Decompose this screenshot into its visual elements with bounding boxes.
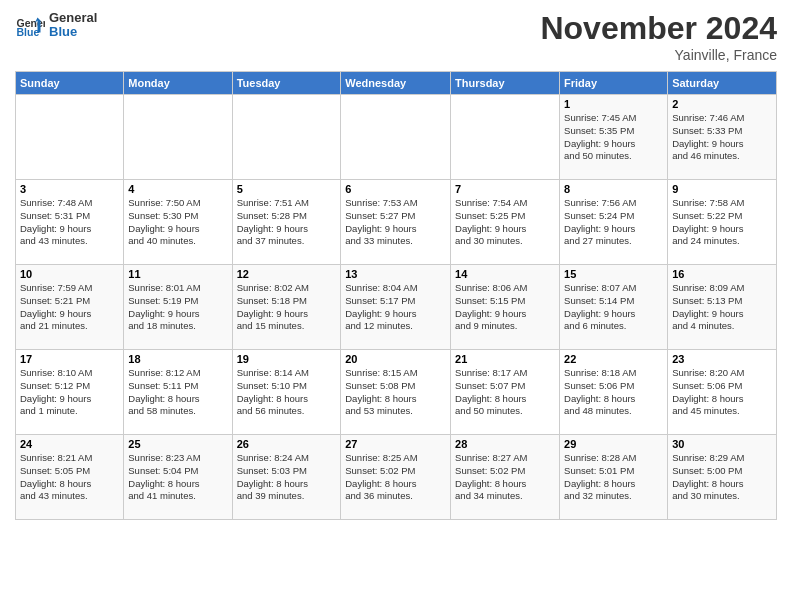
calendar-cell: 9Sunrise: 7:58 AM Sunset: 5:22 PM Daylig…: [668, 180, 777, 265]
header: General Blue General Blue November 2024 …: [15, 10, 777, 63]
day-info: Sunrise: 7:58 AM Sunset: 5:22 PM Dayligh…: [672, 197, 772, 248]
calendar-cell: 8Sunrise: 7:56 AM Sunset: 5:24 PM Daylig…: [560, 180, 668, 265]
day-info: Sunrise: 8:21 AM Sunset: 5:05 PM Dayligh…: [20, 452, 119, 503]
calendar-cell: 15Sunrise: 8:07 AM Sunset: 5:14 PM Dayli…: [560, 265, 668, 350]
svg-text:Blue: Blue: [17, 26, 40, 38]
calendar-cell: 1Sunrise: 7:45 AM Sunset: 5:35 PM Daylig…: [560, 95, 668, 180]
calendar: SundayMondayTuesdayWednesdayThursdayFrid…: [15, 71, 777, 520]
day-info: Sunrise: 7:48 AM Sunset: 5:31 PM Dayligh…: [20, 197, 119, 248]
weekday-header-tuesday: Tuesday: [232, 72, 341, 95]
calendar-cell: 23Sunrise: 8:20 AM Sunset: 5:06 PM Dayli…: [668, 350, 777, 435]
calendar-cell: 2Sunrise: 7:46 AM Sunset: 5:33 PM Daylig…: [668, 95, 777, 180]
day-info: Sunrise: 8:27 AM Sunset: 5:02 PM Dayligh…: [455, 452, 555, 503]
day-info: Sunrise: 8:07 AM Sunset: 5:14 PM Dayligh…: [564, 282, 663, 333]
day-number: 2: [672, 98, 772, 110]
day-number: 1: [564, 98, 663, 110]
day-number: 28: [455, 438, 555, 450]
day-number: 19: [237, 353, 337, 365]
day-number: 16: [672, 268, 772, 280]
weekday-header-sunday: Sunday: [16, 72, 124, 95]
day-number: 3: [20, 183, 119, 195]
calendar-cell: 29Sunrise: 8:28 AM Sunset: 5:01 PM Dayli…: [560, 435, 668, 520]
day-info: Sunrise: 8:12 AM Sunset: 5:11 PM Dayligh…: [128, 367, 227, 418]
calendar-cell: 27Sunrise: 8:25 AM Sunset: 5:02 PM Dayli…: [341, 435, 451, 520]
logo: General Blue General Blue: [15, 10, 97, 40]
day-info: Sunrise: 7:56 AM Sunset: 5:24 PM Dayligh…: [564, 197, 663, 248]
day-info: Sunrise: 8:04 AM Sunset: 5:17 PM Dayligh…: [345, 282, 446, 333]
calendar-cell: 19Sunrise: 8:14 AM Sunset: 5:10 PM Dayli…: [232, 350, 341, 435]
day-number: 23: [672, 353, 772, 365]
day-number: 15: [564, 268, 663, 280]
weekday-header-friday: Friday: [560, 72, 668, 95]
calendar-cell: 7Sunrise: 7:54 AM Sunset: 5:25 PM Daylig…: [451, 180, 560, 265]
day-info: Sunrise: 7:46 AM Sunset: 5:33 PM Dayligh…: [672, 112, 772, 163]
week-row-1: 3Sunrise: 7:48 AM Sunset: 5:31 PM Daylig…: [16, 180, 777, 265]
week-row-0: 1Sunrise: 7:45 AM Sunset: 5:35 PM Daylig…: [16, 95, 777, 180]
day-number: 9: [672, 183, 772, 195]
logo-icon: General Blue: [15, 10, 45, 40]
calendar-cell: 21Sunrise: 8:17 AM Sunset: 5:07 PM Dayli…: [451, 350, 560, 435]
weekday-header-thursday: Thursday: [451, 72, 560, 95]
day-number: 12: [237, 268, 337, 280]
day-info: Sunrise: 8:15 AM Sunset: 5:08 PM Dayligh…: [345, 367, 446, 418]
calendar-cell: 25Sunrise: 8:23 AM Sunset: 5:04 PM Dayli…: [124, 435, 232, 520]
day-number: 11: [128, 268, 227, 280]
logo-blue-text: Blue: [49, 25, 97, 39]
day-info: Sunrise: 8:23 AM Sunset: 5:04 PM Dayligh…: [128, 452, 227, 503]
calendar-cell: 16Sunrise: 8:09 AM Sunset: 5:13 PM Dayli…: [668, 265, 777, 350]
day-info: Sunrise: 8:14 AM Sunset: 5:10 PM Dayligh…: [237, 367, 337, 418]
title-block: November 2024 Yainville, France: [540, 10, 777, 63]
day-info: Sunrise: 8:06 AM Sunset: 5:15 PM Dayligh…: [455, 282, 555, 333]
calendar-cell: 11Sunrise: 8:01 AM Sunset: 5:19 PM Dayli…: [124, 265, 232, 350]
calendar-cell: 22Sunrise: 8:18 AM Sunset: 5:06 PM Dayli…: [560, 350, 668, 435]
day-info: Sunrise: 7:54 AM Sunset: 5:25 PM Dayligh…: [455, 197, 555, 248]
day-info: Sunrise: 7:45 AM Sunset: 5:35 PM Dayligh…: [564, 112, 663, 163]
calendar-cell: 18Sunrise: 8:12 AM Sunset: 5:11 PM Dayli…: [124, 350, 232, 435]
day-info: Sunrise: 8:20 AM Sunset: 5:06 PM Dayligh…: [672, 367, 772, 418]
day-number: 14: [455, 268, 555, 280]
day-number: 24: [20, 438, 119, 450]
calendar-cell: 30Sunrise: 8:29 AM Sunset: 5:00 PM Dayli…: [668, 435, 777, 520]
weekday-header-monday: Monday: [124, 72, 232, 95]
day-number: 17: [20, 353, 119, 365]
calendar-cell: 12Sunrise: 8:02 AM Sunset: 5:18 PM Dayli…: [232, 265, 341, 350]
day-number: 26: [237, 438, 337, 450]
calendar-cell: 24Sunrise: 8:21 AM Sunset: 5:05 PM Dayli…: [16, 435, 124, 520]
calendar-cell: 3Sunrise: 7:48 AM Sunset: 5:31 PM Daylig…: [16, 180, 124, 265]
day-number: 25: [128, 438, 227, 450]
day-number: 10: [20, 268, 119, 280]
day-number: 8: [564, 183, 663, 195]
calendar-cell: 10Sunrise: 7:59 AM Sunset: 5:21 PM Dayli…: [16, 265, 124, 350]
day-info: Sunrise: 8:25 AM Sunset: 5:02 PM Dayligh…: [345, 452, 446, 503]
day-number: 27: [345, 438, 446, 450]
day-info: Sunrise: 8:02 AM Sunset: 5:18 PM Dayligh…: [237, 282, 337, 333]
day-number: 5: [237, 183, 337, 195]
day-number: 30: [672, 438, 772, 450]
week-row-3: 17Sunrise: 8:10 AM Sunset: 5:12 PM Dayli…: [16, 350, 777, 435]
day-info: Sunrise: 7:59 AM Sunset: 5:21 PM Dayligh…: [20, 282, 119, 333]
day-info: Sunrise: 7:53 AM Sunset: 5:27 PM Dayligh…: [345, 197, 446, 248]
calendar-cell: 5Sunrise: 7:51 AM Sunset: 5:28 PM Daylig…: [232, 180, 341, 265]
calendar-cell: [16, 95, 124, 180]
calendar-cell: 4Sunrise: 7:50 AM Sunset: 5:30 PM Daylig…: [124, 180, 232, 265]
day-info: Sunrise: 8:28 AM Sunset: 5:01 PM Dayligh…: [564, 452, 663, 503]
weekday-header-row: SundayMondayTuesdayWednesdayThursdayFrid…: [16, 72, 777, 95]
page: General Blue General Blue November 2024 …: [0, 0, 792, 612]
day-info: Sunrise: 7:51 AM Sunset: 5:28 PM Dayligh…: [237, 197, 337, 248]
day-number: 7: [455, 183, 555, 195]
day-info: Sunrise: 7:50 AM Sunset: 5:30 PM Dayligh…: [128, 197, 227, 248]
day-info: Sunrise: 8:01 AM Sunset: 5:19 PM Dayligh…: [128, 282, 227, 333]
day-number: 13: [345, 268, 446, 280]
week-row-2: 10Sunrise: 7:59 AM Sunset: 5:21 PM Dayli…: [16, 265, 777, 350]
calendar-cell: 14Sunrise: 8:06 AM Sunset: 5:15 PM Dayli…: [451, 265, 560, 350]
calendar-cell: [451, 95, 560, 180]
calendar-cell: [124, 95, 232, 180]
calendar-cell: 17Sunrise: 8:10 AM Sunset: 5:12 PM Dayli…: [16, 350, 124, 435]
calendar-cell: 13Sunrise: 8:04 AM Sunset: 5:17 PM Dayli…: [341, 265, 451, 350]
day-number: 20: [345, 353, 446, 365]
month-title: November 2024: [540, 10, 777, 47]
day-info: Sunrise: 8:10 AM Sunset: 5:12 PM Dayligh…: [20, 367, 119, 418]
calendar-cell: 26Sunrise: 8:24 AM Sunset: 5:03 PM Dayli…: [232, 435, 341, 520]
calendar-cell: 20Sunrise: 8:15 AM Sunset: 5:08 PM Dayli…: [341, 350, 451, 435]
weekday-header-saturday: Saturday: [668, 72, 777, 95]
